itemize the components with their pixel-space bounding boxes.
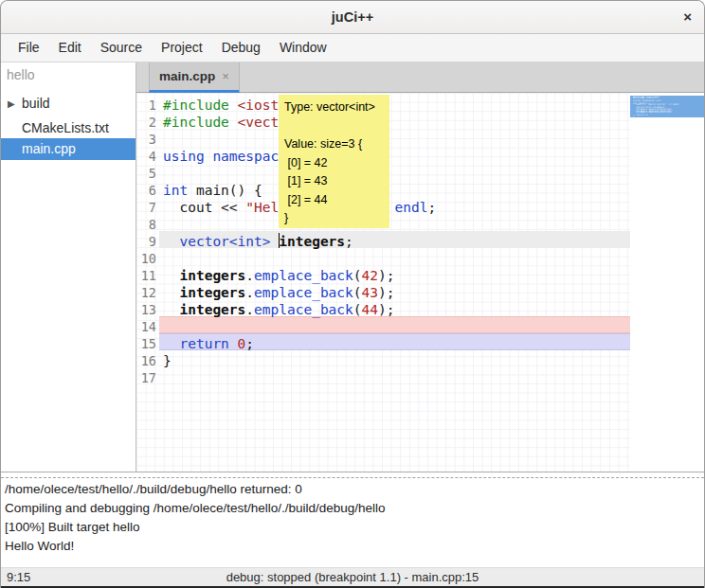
line-number[interactable]: 12 bbox=[136, 284, 156, 301]
menu-item-file[interactable]: File bbox=[9, 34, 49, 62]
code-line[interactable]: integers.emplace_back(42); bbox=[163, 267, 394, 284]
titlebar[interactable]: juCi++ × bbox=[1, 1, 704, 34]
menu-item-edit[interactable]: Edit bbox=[49, 34, 91, 62]
terminal-line: /home/olece/test/hello/./build/debug/hel… bbox=[5, 480, 704, 499]
tree-item-label: CMakeLists.txt bbox=[22, 117, 109, 139]
tree-item-label: build bbox=[22, 93, 50, 115]
code-line[interactable]: int main() { bbox=[163, 182, 262, 199]
tab-close-icon[interactable]: × bbox=[222, 69, 229, 83]
menu-item-source[interactable]: Source bbox=[91, 34, 152, 62]
line-number[interactable]: 15 bbox=[136, 335, 156, 352]
line-number[interactable]: 6 bbox=[136, 182, 156, 199]
window-title: juCi++ bbox=[332, 9, 373, 25]
project-name-label: hello bbox=[7, 67, 35, 82]
line-number[interactable]: 11 bbox=[136, 267, 156, 284]
tree-item-build[interactable]: ▶build bbox=[1, 93, 136, 115]
line-number[interactable]: 16 bbox=[136, 352, 156, 369]
breakpoint-line-highlight bbox=[159, 316, 630, 333]
minimap[interactable]: #include <iostream> #include <vector> us… bbox=[630, 93, 705, 472]
line-number[interactable]: 13 bbox=[136, 301, 156, 318]
code-line[interactable]: return 0; bbox=[163, 335, 254, 352]
status-bar: 9:15 debug: stopped (breakpoint 1.1) - m… bbox=[1, 567, 704, 586]
tree-item-label: main.cpp bbox=[22, 138, 76, 160]
terminal-focus-border bbox=[1, 477, 704, 478]
debug-status-label: debug: stopped (breakpoint 1.1) - main.c… bbox=[1, 568, 704, 586]
terminal-line: [100%] Built target hello bbox=[5, 518, 704, 537]
line-number[interactable]: 9 bbox=[136, 233, 156, 250]
line-number[interactable]: 10 bbox=[136, 250, 156, 267]
menubar: FileEditSourceProjectDebugWindow bbox=[1, 34, 704, 62]
menu-item-project[interactable]: Project bbox=[152, 34, 212, 62]
menu-item-debug[interactable]: Debug bbox=[212, 34, 270, 62]
minimap-viewport[interactable]: #include <iostream> #include <vector> us… bbox=[630, 96, 705, 117]
file-tree-panel[interactable]: hello ▶buildCMakeLists.txtmain.cpp bbox=[1, 62, 136, 472]
main-area: hello ▶buildCMakeLists.txtmain.cpp main.… bbox=[1, 62, 704, 472]
code-line[interactable]: integers.emplace_back(43); bbox=[163, 284, 394, 301]
code-line[interactable]: integers.emplace_back(44); bbox=[163, 301, 394, 318]
terminal-output-panel[interactable]: /home/olece/test/hello/./build/debug/hel… bbox=[1, 472, 704, 567]
code-line[interactable]: } bbox=[163, 352, 172, 369]
tree-item-main-cpp[interactable]: main.cpp bbox=[1, 138, 136, 160]
menu-item-window[interactable]: Window bbox=[270, 34, 336, 62]
code-line[interactable]: vector<int> integers; bbox=[163, 233, 353, 250]
code-editor[interactable]: 1234567891011121314151617 #include <iost… bbox=[136, 93, 705, 472]
tab-main-cpp[interactable]: main.cpp × bbox=[149, 62, 240, 93]
app-window: juCi++ × FileEditSourceProjectDebugWindo… bbox=[0, 0, 705, 588]
line-number[interactable]: 14 bbox=[136, 318, 156, 335]
tree-item-cmakelists-txt[interactable]: CMakeLists.txt bbox=[1, 117, 136, 139]
text-cursor bbox=[279, 233, 280, 248]
debug-value-tooltip: Type: vector<int> Value: size=3 { [0] = … bbox=[279, 95, 389, 228]
terminal-line: Compiling and debugging /home/olece/test… bbox=[5, 499, 704, 518]
line-number[interactable]: 7 bbox=[136, 199, 156, 216]
line-number[interactable]: 3 bbox=[136, 131, 156, 148]
line-number[interactable]: 4 bbox=[136, 148, 156, 165]
close-icon[interactable]: × bbox=[683, 1, 692, 33]
line-number[interactable]: 8 bbox=[136, 216, 156, 233]
line-number[interactable]: 5 bbox=[136, 165, 156, 182]
expander-icon[interactable]: ▶ bbox=[8, 93, 15, 115]
terminal-line: Hello World! bbox=[5, 537, 704, 556]
line-number[interactable]: 2 bbox=[136, 114, 156, 131]
tab-label: main.cpp bbox=[159, 69, 215, 83]
line-number[interactable]: 17 bbox=[136, 369, 156, 386]
tab-bar: main.cpp × bbox=[136, 62, 704, 93]
line-number[interactable]: 1 bbox=[136, 97, 156, 114]
